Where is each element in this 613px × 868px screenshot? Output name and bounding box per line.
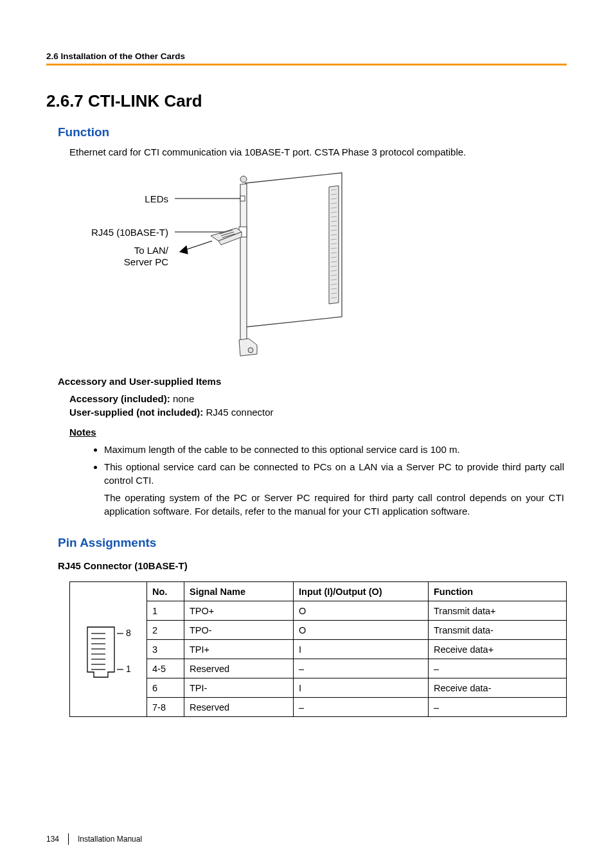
svg-marker-29	[239, 339, 257, 356]
user-supplied-label: User-supplied (not included):	[69, 407, 203, 418]
pin-assignments-heading: Pin Assignments	[46, 536, 567, 550]
th-signal: Signal Name	[184, 582, 294, 601]
table-header-row: 8 1 No. Signal Name Input (I)/Output (O)…	[70, 582, 567, 601]
list-item: This optional service card can be connec…	[104, 460, 567, 487]
header-breadcrumb: 2.6 Installation of the Other Cards	[46, 51, 567, 64]
accessory-value: none	[170, 393, 195, 404]
rj45-connector-icon: 8 1	[80, 614, 138, 685]
header-rule	[46, 64, 567, 66]
cell-func: Transmit data+	[429, 601, 567, 621]
function-text-block: Ethernet card for CTI communication via …	[46, 146, 567, 159]
svg-point-30	[248, 348, 253, 353]
cell-no: 2	[147, 621, 184, 640]
notes-list: Maximum length of the cable to be connec…	[104, 443, 567, 487]
figure-label-tolan2: Server PC	[111, 256, 168, 267]
notes-heading: Notes	[69, 427, 567, 438]
rj45-subheading: RJ45 Connector (10BASE-T)	[58, 560, 567, 571]
figure-label-leds: LEDs	[130, 193, 168, 204]
cell-no: 1	[147, 601, 184, 621]
connector-pin-8-label: 8	[126, 628, 131, 638]
cell-io: –	[294, 698, 429, 717]
cell-io: –	[294, 659, 429, 678]
svg-marker-0	[245, 173, 342, 327]
cell-no: 6	[147, 678, 184, 698]
cell-no: 7-8	[147, 698, 184, 717]
cell-no: 3	[147, 640, 184, 659]
card-illustration	[175, 168, 368, 358]
cell-func: Receive data+	[429, 640, 567, 659]
accessory-line: Accessory (included): none	[69, 393, 567, 404]
card-figure: LEDs RJ45 (10BASE-T) To LAN/ Server PC	[72, 168, 368, 358]
th-no: No.	[147, 582, 184, 601]
cell-signal: Reserved	[184, 659, 294, 678]
doc-title: Installation Manual	[78, 835, 142, 844]
cell-signal: TPO-	[184, 621, 294, 640]
accessory-heading: Accessory and User-supplied Items	[58, 376, 567, 387]
list-item: Maximum length of the cable to be connec…	[104, 443, 567, 456]
connector-pin-1-label: 1	[126, 664, 131, 674]
page-footer: 134 Installation Manual	[46, 833, 142, 845]
cell-io: I	[294, 678, 429, 698]
section-title: 2.6.7 CTI-LINK Card	[46, 91, 567, 111]
cell-signal: TPI-	[184, 678, 294, 698]
cell-no: 4-5	[147, 659, 184, 678]
cell-func: Transmit data-	[429, 621, 567, 640]
cell-signal: TPO+	[184, 601, 294, 621]
cell-func: –	[429, 698, 567, 717]
figure-label-tolan1: To LAN/	[117, 245, 168, 256]
svg-marker-36	[180, 246, 188, 254]
th-io: Input (I)/Output (O)	[294, 582, 429, 601]
user-supplied-value: RJ45 connector	[203, 407, 273, 418]
connector-diagram-cell: 8 1	[70, 582, 147, 717]
svg-rect-31	[240, 196, 245, 201]
user-supplied-line: User-supplied (not included): RJ45 conne…	[69, 407, 567, 418]
page: 2.6 Installation of the Other Cards 2.6.…	[0, 0, 613, 868]
accessory-block: Accessory (included): none User-supplied…	[46, 393, 567, 418]
function-heading: Function	[46, 125, 567, 139]
accessory-label: Accessory (included):	[69, 393, 170, 404]
cell-signal: Reserved	[184, 698, 294, 717]
cell-io: O	[294, 621, 429, 640]
pin-table: 8 1 No. Signal Name Input (I)/Output (O)…	[69, 581, 567, 717]
page-number: 134	[46, 835, 59, 844]
cell-io: O	[294, 601, 429, 621]
cell-func: –	[429, 659, 567, 678]
svg-marker-27	[240, 184, 247, 348]
th-func: Function	[429, 582, 567, 601]
figure-label-rj45: RJ45 (10BASE-T)	[66, 227, 168, 238]
svg-point-28	[240, 176, 247, 182]
cell-func: Receive data-	[429, 678, 567, 698]
function-text: Ethernet card for CTI communication via …	[69, 146, 567, 159]
cell-io: I	[294, 640, 429, 659]
footer-divider	[68, 833, 69, 845]
notes-tail: The operating system of the PC or Server…	[104, 491, 567, 518]
cell-signal: TPI+	[184, 640, 294, 659]
